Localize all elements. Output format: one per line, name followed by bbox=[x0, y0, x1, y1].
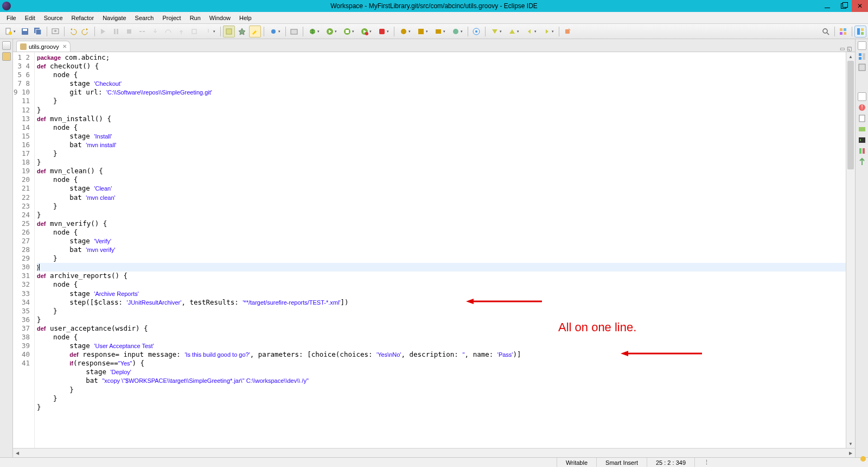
editor-area: utils.groovy ✕ ▭ ◱ 1 2 3 4 5 6 7 8 9 10 … bbox=[13, 39, 855, 457]
new-java-button1[interactable] bbox=[397, 26, 413, 37]
open-perspective-button[interactable] bbox=[837, 26, 849, 37]
coverage-view-icon[interactable] bbox=[858, 147, 866, 155]
task-list-icon[interactable] bbox=[858, 63, 866, 72]
menu-edit[interactable]: Edit bbox=[21, 14, 40, 22]
menu-search[interactable]: Search bbox=[131, 14, 158, 22]
scroll-up-arrow[interactable]: ▲ bbox=[846, 52, 855, 61]
close-tab-icon[interactable]: ✕ bbox=[62, 43, 67, 49]
menu-source[interactable]: Source bbox=[40, 14, 67, 22]
scroll-left-arrow[interactable]: ◀ bbox=[13, 451, 22, 456]
svg-rect-30 bbox=[840, 32, 843, 35]
left-trim bbox=[0, 39, 13, 457]
svg-rect-28 bbox=[840, 28, 843, 31]
debug-button[interactable] bbox=[305, 26, 322, 37]
search-button-tb[interactable] bbox=[488, 26, 504, 37]
declaration-view-icon[interactable] bbox=[858, 125, 866, 134]
drop-frame-icon[interactable] bbox=[188, 26, 200, 37]
run-button[interactable] bbox=[323, 26, 339, 37]
close-button[interactable] bbox=[852, 0, 868, 12]
code-editor[interactable]: 1 2 3 4 5 6 7 8 9 10 11 12 13 14 15 16 1… bbox=[13, 52, 855, 448]
title-bar: Workspace - MyFirstLibrary.git/src/com/a… bbox=[0, 0, 868, 12]
outline-view-icon[interactable] bbox=[858, 52, 866, 61]
scroll-right-arrow[interactable]: ▶ bbox=[846, 451, 855, 456]
scroll-down-arrow[interactable]: ▼ bbox=[846, 439, 855, 448]
svg-rect-7 bbox=[114, 29, 116, 34]
package-explorer-icon[interactable] bbox=[2, 52, 11, 61]
svg-rect-20 bbox=[379, 29, 385, 34]
overview-indicator-icon[interactable] bbox=[860, 456, 866, 462]
vertical-scrollbar[interactable]: ▲ ▼ bbox=[846, 52, 855, 448]
editor-tab-utils[interactable]: utils.groovy ✕ bbox=[16, 41, 71, 52]
nav-fwd-button[interactable] bbox=[540, 26, 556, 37]
restore-view-icon[interactable] bbox=[2, 41, 11, 50]
resume-icon[interactable] bbox=[97, 26, 109, 37]
restore-right-icon2[interactable] bbox=[858, 92, 866, 101]
restore-right-icon[interactable] bbox=[858, 41, 866, 50]
step-return-icon[interactable] bbox=[175, 26, 187, 37]
pause-icon[interactable] bbox=[110, 26, 122, 37]
save-all-button[interactable] bbox=[32, 26, 44, 37]
svg-rect-39 bbox=[859, 53, 861, 56]
svg-rect-3 bbox=[23, 29, 27, 31]
step-filters-icon[interactable] bbox=[201, 26, 218, 37]
console-view-icon[interactable] bbox=[858, 136, 866, 144]
toolbar-separator bbox=[219, 26, 222, 37]
maximize-editor-icon[interactable]: ◱ bbox=[847, 46, 852, 52]
build-icon[interactable] bbox=[223, 26, 235, 37]
annotation-button[interactable] bbox=[505, 26, 521, 37]
coverage-button[interactable] bbox=[340, 26, 356, 37]
breakpoint-icon[interactable] bbox=[266, 26, 283, 37]
step-over-icon[interactable] bbox=[162, 26, 174, 37]
menu-help[interactable]: Help bbox=[235, 14, 256, 22]
redo-button[interactable] bbox=[80, 26, 92, 37]
menu-window[interactable]: Window bbox=[205, 14, 235, 22]
status-writable: Writable bbox=[557, 458, 596, 467]
git-view-icon[interactable] bbox=[858, 157, 866, 166]
save-button[interactable] bbox=[19, 26, 31, 37]
status-cursor-position: 25 : 2 : 349 bbox=[647, 458, 694, 467]
new-button[interactable] bbox=[2, 26, 18, 37]
svg-rect-5 bbox=[36, 29, 41, 35]
undo-button[interactable] bbox=[67, 26, 79, 37]
java-perspective-button[interactable] bbox=[854, 26, 866, 37]
new-project-icon[interactable] bbox=[288, 26, 300, 37]
run-last-button[interactable] bbox=[358, 26, 374, 37]
menu-navigate[interactable]: Navigate bbox=[98, 14, 130, 22]
pin-icon[interactable] bbox=[236, 26, 248, 37]
svg-rect-10 bbox=[192, 29, 196, 34]
svg-rect-32 bbox=[857, 28, 860, 35]
window-buttons bbox=[819, 0, 868, 12]
menu-file[interactable]: File bbox=[2, 14, 21, 22]
problems-view-icon[interactable]: ! bbox=[858, 103, 866, 112]
new-java-button4[interactable] bbox=[449, 26, 465, 37]
new-java-button2[interactable] bbox=[414, 26, 430, 37]
menu-bar: File Edit Source Refactor Navigate Searc… bbox=[0, 12, 868, 24]
open-type-button[interactable] bbox=[470, 26, 482, 37]
step-into-icon[interactable] bbox=[149, 26, 161, 37]
svg-rect-40 bbox=[859, 57, 861, 60]
toolbar-separator bbox=[262, 26, 265, 37]
hscroll-track[interactable] bbox=[22, 449, 846, 457]
pin-editor-button[interactable] bbox=[561, 26, 573, 37]
menu-project[interactable]: Project bbox=[158, 14, 185, 22]
nav-back-button[interactable] bbox=[522, 26, 539, 37]
svg-text:!: ! bbox=[861, 104, 863, 110]
javadoc-view-icon[interactable] bbox=[858, 114, 866, 123]
minimize-button[interactable] bbox=[819, 0, 835, 12]
scrollbar-thumb[interactable] bbox=[847, 61, 854, 169]
code-content[interactable]: package com.abcinc; def checkout() { nod… bbox=[35, 52, 846, 448]
minimize-editor-icon[interactable]: ▭ bbox=[840, 46, 845, 52]
external-tools-button[interactable] bbox=[375, 26, 391, 37]
highlight-icon[interactable] bbox=[249, 26, 261, 37]
new-java-button3[interactable] bbox=[431, 26, 448, 37]
search-icon[interactable] bbox=[820, 26, 832, 37]
svg-rect-41 bbox=[863, 53, 865, 60]
maximize-button[interactable] bbox=[835, 0, 852, 12]
stop-icon[interactable] bbox=[123, 26, 135, 37]
switch-editor-button[interactable] bbox=[49, 26, 61, 37]
menu-run[interactable]: Run bbox=[186, 14, 205, 22]
toolbar-separator bbox=[45, 26, 48, 37]
disconnect-icon[interactable] bbox=[136, 26, 148, 37]
horizontal-scrollbar[interactable]: ◀ ▶ bbox=[13, 448, 855, 457]
menu-refactor[interactable]: Refactor bbox=[67, 14, 99, 22]
